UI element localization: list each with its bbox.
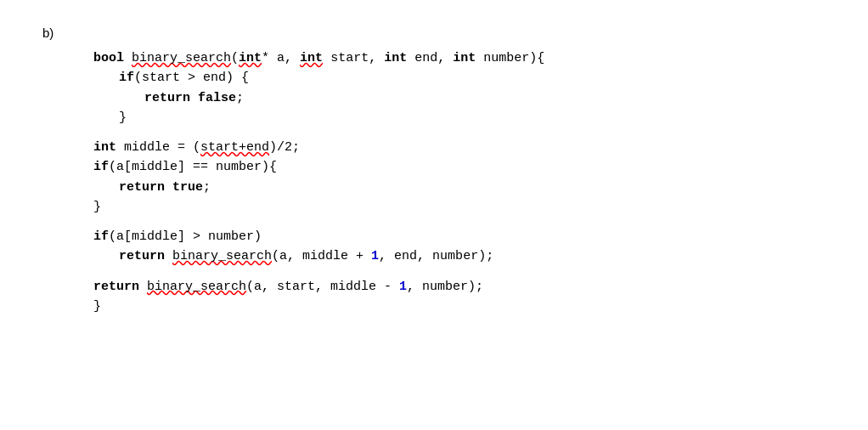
kw-if-1: if bbox=[119, 71, 134, 85]
line-1: bool binary_search(int* a, int start, in… bbox=[93, 48, 826, 68]
fn-name-1: binary_search bbox=[132, 51, 231, 65]
kw-true: true bbox=[172, 180, 203, 195]
num-2: 1 bbox=[399, 280, 407, 294]
kw-int-4: int bbox=[453, 51, 476, 65]
line-5: int middle = (start+end)/2; bbox=[93, 138, 826, 157]
spacer-1 bbox=[93, 127, 826, 138]
kw-return-3: return bbox=[119, 249, 165, 263]
kw-int-1: int bbox=[239, 51, 262, 65]
line-8: } bbox=[93, 197, 826, 217]
code-block: bool binary_search(int* a, int start, in… bbox=[93, 48, 826, 316]
kw-false: false bbox=[198, 91, 236, 105]
kw-return-2: return bbox=[119, 180, 165, 195]
kw-return-4: return bbox=[93, 280, 139, 294]
line-4: } bbox=[119, 108, 826, 127]
spacer-2 bbox=[93, 217, 826, 227]
fn-name-2: binary_search bbox=[172, 249, 272, 263]
line-9: if(a[middle] > number) bbox=[93, 227, 826, 246]
kw-return-1: return bbox=[144, 91, 190, 105]
code-container: b) bool binary_search(int* a, int start,… bbox=[25, 17, 843, 325]
expr-startend: start+end bbox=[200, 140, 269, 155]
line-12: } bbox=[93, 297, 826, 316]
num-1: 1 bbox=[371, 249, 379, 263]
line-2: if(start > end) { bbox=[119, 68, 826, 88]
line-7: return true; bbox=[119, 178, 826, 197]
fn-name-3: binary_search bbox=[147, 280, 246, 294]
kw-int-2: int bbox=[300, 51, 323, 65]
part-label: b) bbox=[42, 25, 826, 40]
line-6: if(a[middle] == number){ bbox=[93, 157, 826, 177]
line-3: return false; bbox=[144, 88, 826, 108]
spacer-3 bbox=[93, 267, 826, 277]
kw-int-3: int bbox=[384, 51, 407, 65]
kw-if-3: if bbox=[93, 229, 109, 244]
kw-bool: bool bbox=[93, 51, 124, 65]
kw-int-5: int bbox=[93, 140, 116, 155]
line-11: return binary_search(a, start, middle - … bbox=[93, 277, 826, 297]
kw-if-2: if bbox=[93, 160, 109, 174]
line-10: return binary_search(a, middle + 1, end,… bbox=[119, 246, 826, 266]
